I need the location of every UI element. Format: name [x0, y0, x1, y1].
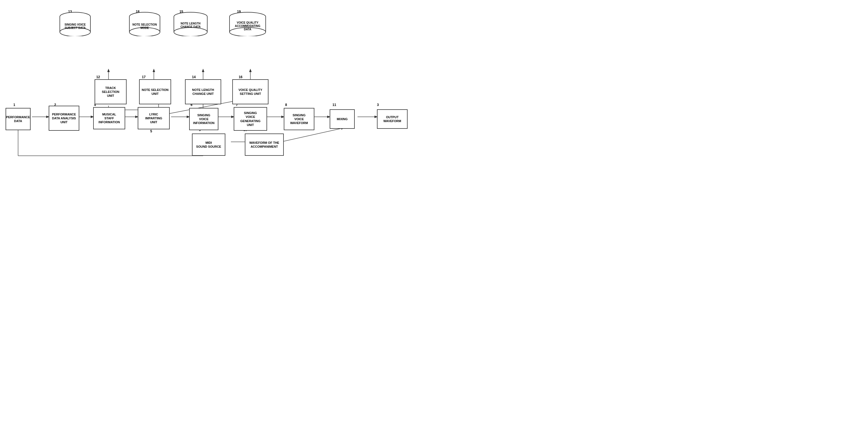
note-length-change-label: NOTE LENGTHCHANGE UNIT [192, 88, 214, 96]
svg-text:DATA: DATA [244, 28, 251, 31]
svg-text:ACCOMMODATING: ACCOMMODATING [235, 25, 260, 28]
svg-text:SINGING VOICE: SINGING VOICE [65, 23, 86, 26]
svg-point-41 [174, 28, 207, 36]
num-1: 1 [13, 103, 15, 107]
lyric-imparting-label: LYRICIMPARTINGUNIT [145, 112, 162, 124]
accomp-waveform-label: WAVEFORM OF THEACCOMPANIMENT [249, 141, 279, 149]
svg-text:MODE: MODE [141, 26, 149, 30]
note-selection-mode-cylinder: NOTE SELECTION MODE [128, 11, 161, 36]
voice-quality-db-cylinder: VOICE QUALITY ACCOMMODATING DATA [228, 11, 267, 36]
output-waveform-label: OUTPUTWAVEFORM [383, 115, 401, 123]
num-17: 17 [142, 75, 146, 79]
diagram: 1 2 3 4 5 6 7 8 9 10 11 12 13 14 15 16 1… [0, 0, 434, 212]
singing-voice-gen-label: SINGINGVOICEGENERATINGUNIT [240, 111, 261, 127]
perf-analysis-label: PERFORMANCEDATA ANALYSISUNIT [52, 112, 76, 124]
musical-staff-box: MUSICALSTAFFINFORMATION [93, 107, 125, 129]
singing-voice-wave-label: SINGINGVOICEWAVEFORM [290, 113, 308, 125]
svg-text:SUBJECT DATA: SUBJECT DATA [65, 26, 86, 30]
num-12: 12 [96, 75, 100, 79]
num-14: 14 [192, 75, 195, 79]
note-selection-label: NOTE SELECTIONUNIT [142, 88, 168, 96]
mixing-box: MIXING [330, 109, 355, 129]
performance-data-box: PERFORMANCEDATA [6, 108, 31, 130]
svg-text:VOICE QUALITY: VOICE QUALITY [237, 21, 258, 24]
svg-text:NOTE LENGTH: NOTE LENGTH [181, 22, 200, 25]
lyric-imparting-box: LYRICIMPARTINGUNIT [138, 107, 170, 129]
singing-voice-wave-box: SINGINGVOICEWAVEFORM [284, 108, 314, 130]
voice-quality-setting-label: VOICE QUALITYSETTING UNIT [239, 88, 262, 96]
note-selection-unit-box: NOTE SELECTIONUNIT [139, 79, 171, 104]
note-length-change-box: NOTE LENGTHCHANGE UNIT [185, 79, 221, 104]
num-16: 16 [239, 75, 242, 79]
svg-text:NOTE SELECTION: NOTE SELECTION [132, 23, 157, 26]
num-3: 3 [377, 103, 379, 107]
num-5: 5 [150, 129, 152, 133]
svg-text:CHANGE DATA: CHANGE DATA [181, 25, 200, 28]
track-selection-label: TRACKSELECTIONUNIT [102, 86, 119, 98]
note-length-db-cylinder: NOTE LENGTH CHANGE DATA [173, 11, 209, 36]
midi-sound-box: MIDISOUND SOURCE [192, 133, 225, 156]
perf-analysis-box: PERFORMANCEDATA ANALYSISUNIT [49, 106, 79, 131]
accomp-waveform-box: WAVEFORM OF THEACCOMPANIMENT [245, 133, 284, 156]
voice-quality-setting-box: VOICE QUALITYSETTING UNIT [232, 79, 269, 104]
singing-voice-info-label: SINGINGVOICEINFORMATION [193, 113, 215, 125]
singing-voice-info-box: SINGINGVOICEINFORMATION [189, 108, 218, 130]
num-11: 11 [333, 103, 336, 107]
mixing-label: MIXING [337, 117, 347, 121]
midi-sound-label: MIDISOUND SOURCE [196, 141, 221, 149]
num-8: 8 [285, 103, 287, 107]
musical-staff-label: MUSICALSTAFFINFORMATION [98, 112, 120, 124]
singing-voice-gen-box: SINGINGVOICEGENERATINGUNIT [234, 107, 267, 131]
output-waveform-box: OUTPUTWAVEFORM [377, 109, 408, 129]
singing-voice-db-cylinder: SINGING VOICE SUBJECT DATA [58, 11, 92, 36]
performance-data-label: PERFORMANCEDATA [6, 115, 30, 123]
track-selection-unit-box: TRACKSELECTIONUNIT [95, 79, 127, 104]
